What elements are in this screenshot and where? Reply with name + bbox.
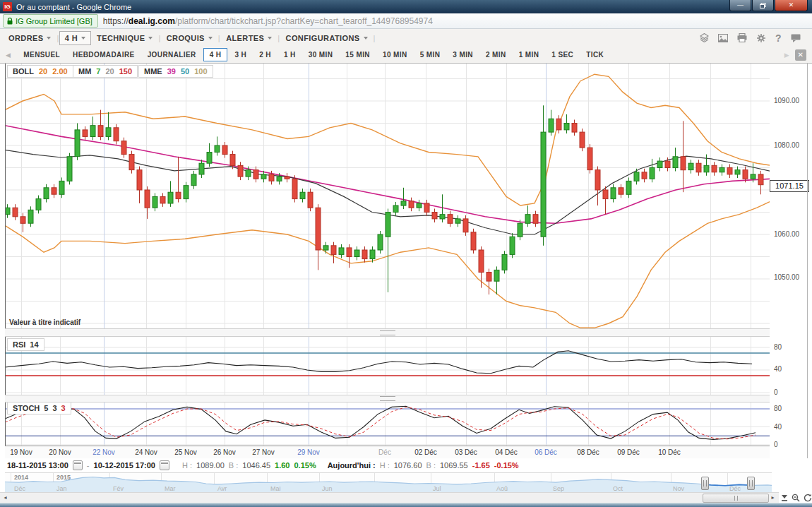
timeframe-2h[interactable]: 2 H bbox=[253, 49, 277, 61]
pane-divider-rsi[interactable] bbox=[5, 328, 770, 337]
indicator-label-boll[interactable]: BOLL202.00 bbox=[7, 65, 73, 78]
navigator-year-label: 2014 bbox=[14, 474, 28, 481]
menu-item-ordres[interactable]: ORDRES bbox=[3, 31, 56, 45]
menu-item-croquis[interactable]: CROQUIS bbox=[161, 31, 218, 45]
candle-body bbox=[28, 210, 33, 223]
layers-icon[interactable] bbox=[700, 33, 709, 42]
chart-navigator[interactable]: 20142015DécJanFévMarAvrMaiJunJulAoûSepOc… bbox=[5, 472, 772, 494]
date-tick: 22 Nov bbox=[92, 448, 115, 456]
navigator-month-label: Aoû bbox=[496, 485, 508, 492]
help-icon[interactable]: ? bbox=[775, 33, 782, 43]
date-tick: 03 Déc bbox=[455, 448, 477, 456]
timeframe-tick[interactable]: TICK bbox=[580, 49, 609, 61]
candle-body bbox=[199, 163, 204, 174]
image-icon[interactable] bbox=[718, 34, 728, 42]
window-titlebar[interactable]: IG Or au comptant - Google Chrome — ✕ bbox=[0, 0, 812, 13]
scroll-left-icon[interactable]: ◀ bbox=[6, 52, 11, 59]
print-icon[interactable] bbox=[737, 33, 747, 42]
date-tick: 24 Nov bbox=[135, 448, 157, 456]
candle-body bbox=[619, 188, 623, 194]
navigator-month-label: Avr bbox=[217, 485, 227, 492]
divider-grip-icon bbox=[380, 330, 395, 335]
timeframe-3min[interactable]: 3 MIN bbox=[447, 49, 479, 61]
stoch-k-line bbox=[5, 406, 756, 439]
date-tick: 04 Déc bbox=[495, 448, 518, 456]
timeframe-mensuel[interactable]: MENSUEL bbox=[18, 49, 66, 61]
close-button[interactable]: ✕ bbox=[775, 0, 808, 11]
candle-body bbox=[580, 132, 585, 148]
candle-body bbox=[650, 168, 655, 179]
timeframe-4h[interactable]: 4 H bbox=[203, 48, 228, 61]
menu-item-alertes[interactable]: ALERTES bbox=[220, 31, 277, 45]
timeframe-15min[interactable]: 15 MIN bbox=[340, 49, 376, 61]
timeframe-hebdomadaire[interactable]: HEBDOMADAIRE bbox=[67, 49, 141, 61]
navigator-handle-left[interactable] bbox=[701, 477, 709, 490]
candle-body bbox=[230, 155, 235, 166]
calendar-icon[interactable] bbox=[160, 460, 169, 470]
snap-to-end-icon[interactable] bbox=[781, 494, 788, 502]
timeframe-10min[interactable]: 10 MIN bbox=[377, 49, 413, 61]
candle-body bbox=[595, 170, 600, 190]
navigator-handle-right[interactable] bbox=[747, 477, 755, 490]
price-chart-canvas[interactable] bbox=[5, 64, 770, 446]
candle-body bbox=[215, 145, 220, 153]
url-text[interactable]: https://deal.ig.com/platform/chart/tickc… bbox=[103, 16, 433, 26]
indicator-label-rsi[interactable]: RSI14 bbox=[7, 338, 44, 351]
menubar-icons: ? bbox=[700, 33, 812, 43]
candle-body bbox=[626, 181, 631, 194]
maximize-button[interactable] bbox=[752, 0, 774, 11]
timeframe-2min[interactable]: 2 MIN bbox=[480, 49, 512, 61]
minimize-button[interactable]: — bbox=[729, 0, 751, 11]
candle-body bbox=[393, 205, 398, 213]
menu-item-4h[interactable]: 4 H bbox=[59, 31, 91, 45]
scrollbar-thumb[interactable] bbox=[703, 494, 769, 503]
reset-zoom-icon[interactable] bbox=[804, 494, 812, 502]
navigator-month-label: Jun bbox=[322, 485, 333, 492]
ev-certificate-badge[interactable]: IG Group Limited [GB] bbox=[3, 14, 98, 28]
menu-item-technique[interactable]: TECHNIQUE bbox=[91, 31, 158, 45]
favicon: IG bbox=[3, 2, 12, 11]
timeframe-1sec[interactable]: 1 SEC bbox=[546, 49, 579, 61]
scrollbar-right-arrow[interactable]: ▸ bbox=[768, 494, 777, 502]
candle-body bbox=[5, 208, 10, 215]
candle-body bbox=[634, 172, 639, 181]
menu-item-configurations[interactable]: CONFIGURATIONS bbox=[280, 31, 374, 45]
platform-menubar: ORDRES|4 HTECHNIQUE|CROQUIS|ALERTES|CONF… bbox=[0, 29, 812, 47]
pane-divider-stoch[interactable] bbox=[5, 395, 770, 402]
chart-close-button[interactable]: ✕ bbox=[795, 49, 806, 61]
date-tick: 27 Nov bbox=[252, 448, 275, 456]
timeframe-1min[interactable]: 1 MIN bbox=[513, 49, 545, 61]
candle-body bbox=[432, 213, 437, 219]
navigator-month-label: Déc bbox=[14, 485, 25, 492]
candle-body bbox=[184, 186, 189, 199]
scrollbar-left-arrow[interactable]: ◂ bbox=[1, 494, 10, 502]
candle-body bbox=[137, 170, 142, 190]
calendar-icon[interactable] bbox=[73, 460, 83, 470]
timeframe-3h[interactable]: 3 H bbox=[229, 49, 252, 61]
candle-body bbox=[611, 188, 616, 199]
timeframe-5min[interactable]: 5 MIN bbox=[414, 49, 446, 61]
gear-icon[interactable] bbox=[756, 33, 766, 43]
price-tick: 1050.00 bbox=[774, 273, 799, 281]
timeframe-1h[interactable]: 1 H bbox=[278, 49, 301, 61]
zoom-tools bbox=[781, 494, 812, 502]
chat-icon[interactable] bbox=[791, 34, 801, 42]
address-bar[interactable]: IG Group Limited [GB] https://deal.ig.co… bbox=[0, 13, 812, 29]
price-tick: 1080.00 bbox=[774, 141, 799, 149]
scroll-right-icon[interactable]: ▶ bbox=[784, 52, 789, 59]
timeframe-30min[interactable]: 30 MIN bbox=[303, 49, 339, 61]
indicator-label-stoch[interactable]: STOCH533 bbox=[7, 402, 71, 414]
zoom-out-icon[interactable] bbox=[792, 494, 800, 502]
indicator-label-mm[interactable]: MM720150 bbox=[73, 65, 138, 78]
menu-items: ORDRES|4 HTECHNIQUE|CROQUIS|ALERTES|CONF… bbox=[3, 31, 376, 45]
candle-body bbox=[424, 203, 429, 213]
candle-body bbox=[253, 170, 258, 179]
candle-body bbox=[720, 168, 724, 172]
chevron-down-icon bbox=[208, 37, 213, 40]
stoch-tick: 40 bbox=[774, 423, 782, 431]
chart-region: BOLL202.00 MM720150 MME3950100 Valeur à … bbox=[0, 64, 812, 458]
candle-body bbox=[518, 223, 523, 237]
candle-body bbox=[67, 157, 72, 181]
indicator-label-mme[interactable]: MME3950100 bbox=[138, 65, 213, 78]
timeframe-journalier[interactable]: JOURNALIER bbox=[142, 49, 202, 61]
